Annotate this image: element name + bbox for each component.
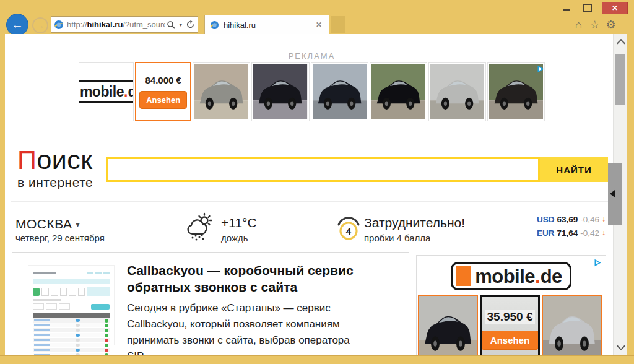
logo-dot: . bbox=[535, 267, 541, 286]
down-arrow-icon: ↓ bbox=[602, 215, 606, 223]
find-button[interactable]: НАЙТИ bbox=[540, 157, 608, 182]
mobile-de-logo[interactable]: mobile.de bbox=[79, 62, 134, 121]
ansehen-button[interactable]: Ansehen bbox=[139, 91, 187, 109]
mobile-de-logo[interactable]: mobile.de bbox=[451, 262, 571, 290]
car-photo[interactable] bbox=[251, 62, 309, 121]
currency-widget[interactable]: USD 63,69 -0,46 ↓ EUR 71,64 -0,42 ↓ bbox=[536, 212, 606, 240]
close-icon: ✕ bbox=[612, 4, 618, 12]
browser-toolbar: ← → http://hihikal.ru/?utm_source=n ▾ bbox=[0, 0, 634, 34]
car-photo[interactable] bbox=[370, 62, 427, 121]
car-photo[interactable] bbox=[418, 295, 478, 355]
frame-scrollbar[interactable] bbox=[608, 163, 622, 225]
article-title[interactable]: Callbackyou — коробочный сервис обратных… bbox=[127, 262, 354, 295]
ad-price: 35.950 € bbox=[485, 310, 536, 324]
divider bbox=[12, 252, 409, 253]
car-photo[interactable] bbox=[311, 62, 368, 121]
weather-rain-icon bbox=[183, 212, 214, 243]
ad-label: РЕКЛАМА bbox=[79, 51, 545, 61]
tab-hihikal[interactable]: hihikal.ru ✕ bbox=[204, 15, 329, 34]
maximize-button[interactable] bbox=[581, 2, 593, 13]
traffic-level-icon: 4 bbox=[335, 213, 362, 242]
logo-word: mobile bbox=[80, 85, 124, 99]
ie-favicon bbox=[54, 20, 64, 30]
city-selector[interactable]: МОСКВА▾ bbox=[15, 217, 80, 232]
collapse-left-icon[interactable] bbox=[610, 190, 615, 197]
weather-desc: дождь bbox=[221, 233, 248, 243]
tab-favicon bbox=[210, 20, 219, 30]
scrollbar-thumb[interactable] bbox=[615, 54, 625, 105]
car-photo[interactable] bbox=[428, 62, 486, 121]
logo-word: mobile bbox=[475, 267, 535, 286]
top-ad-banner: mobile.de 84.000 € Ansehen bbox=[79, 62, 545, 121]
favorites-star-icon[interactable]: ☆ bbox=[589, 19, 601, 30]
ad-price: 84.000 € bbox=[145, 75, 181, 85]
forward-button[interactable]: → bbox=[32, 17, 48, 33]
scroll-up-icon[interactable] bbox=[617, 39, 625, 48]
ansehen-button[interactable]: Ansehen bbox=[481, 331, 539, 350]
chevron-down-icon: ▾ bbox=[76, 220, 80, 229]
adchoices-icon[interactable] bbox=[536, 64, 545, 74]
down-arrow-icon: ↓ bbox=[602, 228, 606, 237]
currency-row-usd: USD 63,69 -0,46 ↓ bbox=[536, 212, 606, 226]
refresh-icon[interactable] bbox=[186, 20, 195, 29]
close-button[interactable]: ✕ bbox=[602, 2, 628, 14]
logo-tld: de bbox=[128, 85, 134, 99]
browser-window: ✕ ← → http://hihikal.ru/?utm_source=n ▾ bbox=[0, 0, 634, 364]
weather-temp: +11°C bbox=[221, 215, 257, 230]
car-photo[interactable] bbox=[193, 62, 250, 121]
divider bbox=[11, 201, 621, 202]
traffic-status: Затруднительно! bbox=[364, 215, 465, 230]
address-bar[interactable]: http://hihikal.ru/?utm_source=n ▾ bbox=[51, 16, 198, 33]
search-service-logo: Поиск в интернете bbox=[17, 147, 93, 189]
settings-gear-icon[interactable]: ⚙ bbox=[605, 19, 617, 30]
side-ad-banner: mobile.de 35.950 € Ansehen bbox=[416, 255, 606, 355]
back-button[interactable]: ← bbox=[6, 14, 28, 36]
traffic-desc: пробки 4 балла bbox=[364, 233, 430, 243]
maximize-icon bbox=[583, 4, 592, 12]
address-dropdown-icon[interactable]: ▾ bbox=[179, 22, 182, 28]
minimize-button[interactable] bbox=[560, 2, 572, 13]
search-icon[interactable] bbox=[167, 20, 175, 29]
current-date: четверг, 29 сентября bbox=[15, 233, 105, 243]
home-icon[interactable]: ⌂ bbox=[573, 19, 584, 30]
tab-close-icon[interactable]: ✕ bbox=[314, 19, 324, 30]
new-tab-button[interactable] bbox=[331, 16, 345, 33]
article-body: Сегодня в рубрике «Стартапы» — сервис Ca… bbox=[127, 300, 370, 355]
logo-tld: de bbox=[541, 267, 562, 286]
search-input[interactable] bbox=[106, 157, 540, 182]
adchoices-icon[interactable] bbox=[593, 258, 602, 267]
currency-row-eur: EUR 71,64 -0,42 ↓ bbox=[536, 226, 606, 240]
scroll-down-icon[interactable] bbox=[617, 342, 625, 350]
page-content: РЕКЛАМА mobile.de 84.000 € Ansehen bbox=[5, 34, 627, 355]
forward-icon: → bbox=[37, 22, 45, 30]
window-controls: ✕ bbox=[560, 2, 628, 14]
ad-offer-cell[interactable]: 35.950 € Ansehen bbox=[480, 295, 540, 355]
back-icon: ← bbox=[12, 19, 24, 30]
ad-offer-cell[interactable]: 84.000 € Ansehen bbox=[135, 62, 191, 121]
traffic-level-number: 4 bbox=[346, 226, 352, 236]
window-border bbox=[0, 355, 634, 356]
url-text: http://hihikal.ru/?utm_source=n bbox=[67, 20, 165, 29]
car-photo[interactable] bbox=[542, 295, 602, 355]
minimize-icon bbox=[563, 9, 570, 11]
article-thumbnail[interactable] bbox=[28, 265, 115, 345]
tab-title: hihikal.ru bbox=[224, 20, 314, 30]
logo-orange-block bbox=[456, 266, 471, 286]
